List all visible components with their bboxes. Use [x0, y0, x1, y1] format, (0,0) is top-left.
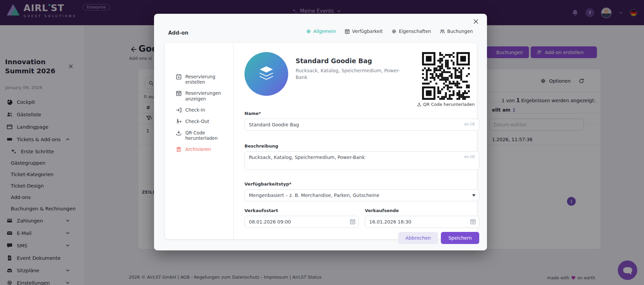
trash-icon: [176, 147, 182, 152]
action-label: Reservierungen anzeigen: [185, 90, 233, 101]
addon-display-description: Rucksack, Katalog, Speichermedium, Power…: [296, 67, 407, 81]
tab-verfuegbarkeit[interactable]: Verfügbarkeit: [345, 29, 383, 34]
language-badge: de-DE: [464, 122, 475, 126]
add-on-modal: Add-on Allgemein Verfügbarkeit Eigenscha…: [154, 14, 487, 250]
calendar-icon: [345, 29, 350, 34]
save-button[interactable]: Speichern: [441, 232, 479, 244]
name-field-group: Name* de-DE: [244, 111, 479, 131]
sales-start-group: Verkaufsstart: [244, 208, 359, 228]
modal-header: Add-on Allgemein Verfügbarkeit Eigenscha…: [154, 14, 487, 43]
tab-label: Buchungen: [447, 29, 473, 34]
action-reservierungen-anzeigen[interactable]: Reservierungen anzeigen: [176, 90, 233, 101]
people-icon: [440, 29, 445, 34]
availability-label: Verfügbarkeitstyp*: [244, 181, 479, 187]
addon-avatar: [244, 52, 288, 96]
tab-label: Verfügbarkeit: [352, 29, 383, 34]
action-reservierung-erstellen[interactable]: Reservierung erstellen: [176, 74, 233, 85]
language-badge: de-DE: [464, 155, 475, 159]
enter-icon: [176, 107, 182, 113]
select-caret-icon: [472, 194, 476, 197]
action-check-out[interactable]: Check-Out: [176, 119, 233, 124]
tab-eigenschaften[interactable]: Eigenschaften: [391, 29, 431, 34]
availability-select[interactable]: Mengenbasiert – z. B. Merchandise, Parke…: [244, 189, 479, 201]
cancel-button[interactable]: Abbrechen: [398, 232, 438, 244]
tab-buchungen[interactable]: Buchungen: [440, 29, 473, 34]
gear-icon: [306, 29, 311, 34]
addon-actions-list: Reservierung erstellen Reservierungen an…: [165, 43, 234, 239]
availability-selected-value: Mengenbasiert – z. B. Merchandise, Parke…: [249, 193, 379, 198]
description-field-group: Beschreibung Rucksack, Katalog, Speicher…: [244, 144, 479, 171]
qr-download-label: QR Code herunterladen: [423, 102, 475, 107]
tab-allgemein[interactable]: Allgemein: [306, 29, 336, 34]
description-textarea[interactable]: Rucksack, Katalog, Speichermedium, Power…: [244, 151, 479, 170]
sales-end-input[interactable]: [365, 216, 479, 228]
action-check-in[interactable]: Check-In: [176, 107, 233, 113]
layers-icon: [256, 64, 277, 84]
description-label: Beschreibung: [244, 144, 479, 149]
action-label: Reservierung erstellen: [185, 74, 233, 85]
gear-icon: [391, 29, 396, 34]
action-label: Archivieren: [185, 147, 211, 152]
sales-start-label: Verkaufsstart: [244, 208, 359, 213]
calendar-icon: [176, 90, 182, 96]
action-label: QR Code herunterladen: [185, 130, 233, 141]
action-label: Check-Out: [185, 119, 209, 124]
download-icon: [176, 130, 182, 136]
action-qr-code-herunterladen[interactable]: QR Code herunterladen: [176, 130, 233, 141]
sales-start-input[interactable]: [244, 216, 359, 228]
availability-field-group: Verfügbarkeitstyp* Mengenbasiert – z. B.…: [244, 181, 479, 201]
action-archivieren[interactable]: Archivieren: [176, 147, 233, 152]
tab-label: Eigenschaften: [399, 29, 431, 34]
modal-body-card: Reservierung erstellen Reservierungen an…: [165, 43, 477, 239]
calendar-icon[interactable]: [350, 219, 355, 225]
calendar-plus-icon: [176, 74, 182, 80]
tab-label: Allgemein: [313, 29, 336, 34]
name-input[interactable]: [244, 119, 479, 131]
sales-end-group: Verkaufsende: [365, 208, 479, 228]
modal-title: Add-on: [168, 30, 188, 36]
addon-form: Standard Goodie Bag Rucksack, Katalog, S…: [234, 43, 496, 239]
addon-display-name: Standard Goodie Bag: [296, 57, 407, 65]
modal-tabs: Allgemein Verfügbarkeit Eigenschaften Bu…: [306, 29, 473, 34]
name-label: Name*: [244, 111, 479, 116]
qr-download-link[interactable]: QR Code herunterladen: [414, 102, 478, 107]
qr-code-block: QR Code herunterladen: [414, 52, 478, 108]
qr-code-image: [422, 52, 470, 100]
sales-end-label: Verkaufsende: [365, 208, 479, 213]
action-label: Check-In: [185, 107, 205, 113]
walk-out-icon: [176, 119, 182, 124]
calendar-icon[interactable]: [470, 219, 476, 225]
download-icon: [417, 102, 421, 107]
